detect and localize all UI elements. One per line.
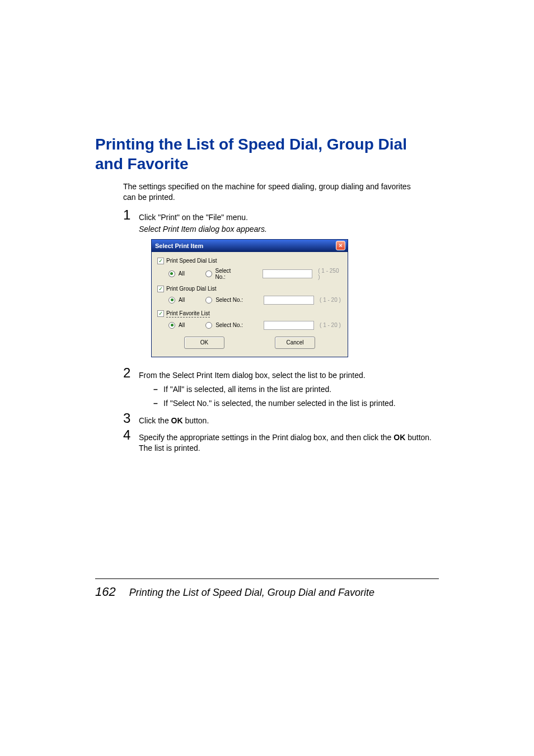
list-item: – If "All" is selected, all items in the… [153, 384, 439, 395]
step-text: Click "Print" on the "File" menu. [139, 208, 439, 223]
dialog-body: ✓ Print Speed Dial List All Select No.: … [152, 252, 348, 357]
list-item: – If "Select No." is selected, the numbe… [153, 398, 439, 409]
step-4: 4 Specify the appropriate settings in th… [123, 428, 439, 454]
radio-select-label: Select No.: [216, 297, 243, 303]
radio-all[interactable] [168, 297, 175, 304]
radio-select-no[interactable] [205, 270, 212, 277]
group-label: Print Speed Dial List [166, 258, 217, 264]
range-hint: ( 1 - 20 ) [320, 297, 341, 303]
range-input[interactable] [263, 269, 312, 278]
radio-all-label: All [179, 322, 185, 328]
step-text: From the Select Print Item dialog box, s… [139, 366, 439, 381]
step-1: 1 Click "Print" on the "File" menu. [123, 208, 439, 223]
ok-button[interactable]: OK [184, 337, 224, 349]
dialog-screenshot: Select Print Item × ✓ Print Speed Dial L… [151, 239, 439, 357]
footer-title: Printing the List of Speed Dial, Group D… [129, 587, 439, 599]
range-hint: ( 1 - 250 ) [318, 268, 342, 280]
dialog-titlebar: Select Print Item × [152, 240, 348, 252]
dash-icon: – [153, 398, 163, 409]
step-number: 1 [123, 208, 135, 222]
intro-paragraph: The settings specified on the machine fo… [123, 181, 414, 203]
radio-select-label: Select No.: [216, 322, 243, 328]
checkbox-icon[interactable]: ✓ [157, 310, 164, 317]
step-1-note: Select Print Item dialog box appears. [139, 225, 439, 234]
group-favorite: ✓ Print Favorite List All Select No.: ( … [157, 310, 342, 330]
dialog-title: Select Print Item [155, 242, 203, 249]
range-input[interactable] [264, 296, 314, 305]
step-number: 2 [123, 366, 135, 380]
radio-all[interactable] [168, 270, 175, 277]
radio-select-label: Select No.: [216, 268, 242, 280]
radio-select-no[interactable] [205, 297, 212, 304]
step-number: 3 [123, 412, 135, 425]
select-print-item-dialog: Select Print Item × ✓ Print Speed Dial L… [151, 239, 348, 357]
section-heading: Printing the List of Speed Dial, Group D… [95, 134, 439, 174]
checkbox-icon[interactable]: ✓ [157, 258, 164, 264]
step-text: Specify the appropriate settings in the … [139, 428, 439, 454]
radio-all-label: All [179, 270, 185, 277]
checkbox-icon[interactable]: ✓ [157, 286, 164, 292]
list-item-text: If "Select No." is selected, the number … [163, 398, 396, 409]
page-number: 162 [95, 585, 116, 599]
cancel-button[interactable]: Cancel [275, 337, 315, 349]
radio-all-label: All [179, 297, 185, 303]
group-label: Print Favorite List [166, 310, 210, 318]
page-footer: 162 Printing the List of Speed Dial, Gro… [95, 578, 439, 599]
radio-all[interactable] [168, 322, 175, 329]
group-speed-dial: ✓ Print Speed Dial List All Select No.: … [157, 258, 342, 280]
step-3: 3 Click the OK button. [123, 412, 439, 426]
radio-select-no[interactable] [205, 322, 212, 329]
dialog-button-row: OK Cancel [157, 337, 342, 349]
step-2: 2 From the Select Print Item dialog box,… [123, 366, 439, 381]
dash-icon: – [153, 384, 163, 395]
close-icon[interactable]: × [336, 241, 345, 250]
range-input[interactable] [264, 321, 314, 330]
list-item-text: If "All" is selected, all items in the l… [163, 384, 331, 395]
step-text: Click the OK button. [139, 412, 439, 426]
range-hint: ( 1 - 20 ) [320, 322, 341, 328]
step-number: 4 [123, 428, 135, 442]
group-label: Print Group Dial List [166, 286, 216, 292]
group-group-dial: ✓ Print Group Dial List All Select No.: … [157, 286, 342, 305]
step-2-sublist: – If "All" is selected, all items in the… [153, 384, 439, 409]
page: Printing the List of Speed Dial, Group D… [0, 0, 534, 756]
